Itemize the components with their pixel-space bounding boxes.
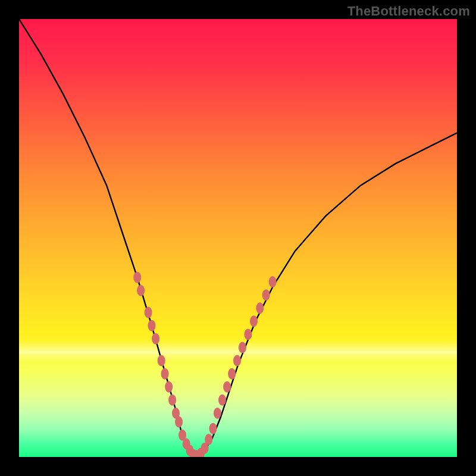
- chart-frame: TheBottleneck.com: [0, 0, 476, 476]
- curve-marker: [165, 381, 173, 393]
- curve-marker: [218, 394, 226, 406]
- curve-marker: [205, 434, 212, 445]
- curve-marker: [137, 285, 145, 296]
- curve-marker: [228, 368, 236, 380]
- curve-marker: [256, 302, 264, 314]
- curve-marker: [152, 333, 159, 345]
- curve-marker: [244, 328, 252, 340]
- curve-marker: [161, 368, 169, 380]
- curve-marker: [148, 320, 156, 331]
- curve-marker: [239, 342, 246, 353]
- v-curve-path: [19, 19, 457, 457]
- curve-marker: [214, 408, 221, 419]
- curve-marker: [175, 416, 183, 428]
- marker-group: [133, 272, 276, 457]
- curve-marker: [250, 315, 258, 327]
- plot-area: [19, 19, 457, 457]
- curve-marker: [145, 307, 152, 318]
- curve-marker: [269, 276, 277, 287]
- curve-marker: [233, 355, 241, 367]
- curve-marker: [209, 423, 217, 434]
- curve-marker: [168, 394, 176, 406]
- curve-marker: [158, 355, 165, 367]
- curve-marker: [262, 289, 270, 300]
- curve-marker: [223, 381, 231, 393]
- watermark-label: TheBottleneck.com: [347, 4, 470, 19]
- curve-layer: [19, 19, 457, 457]
- curve-marker: [133, 272, 141, 283]
